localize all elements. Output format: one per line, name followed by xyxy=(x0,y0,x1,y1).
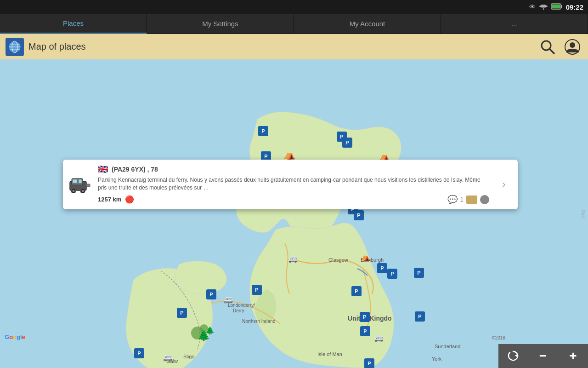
svg-rect-1 xyxy=(561,5,562,8)
svg-rect-40 xyxy=(73,179,77,183)
map-controls: − + xyxy=(498,344,588,368)
svg-point-43 xyxy=(73,190,75,192)
popup-flag: 🇬🇧 xyxy=(98,164,108,174)
svg-line-9 xyxy=(549,49,554,53)
google-logo: Google xyxy=(5,334,25,340)
svg-text:Derry: Derry xyxy=(233,308,244,313)
battery-icon xyxy=(551,3,562,11)
parking-pin[interactable]: P xyxy=(177,308,187,318)
svg-text:Sligo: Sligo xyxy=(183,354,194,359)
popup-footer: 1257 km 🔴 💬 1 xyxy=(98,195,489,205)
svg-point-45 xyxy=(82,190,84,192)
map-container[interactable]: Inverness Aberdeen Glasgow Edinburgh Lon… xyxy=(0,59,588,368)
camping-icon: ⛺ xyxy=(361,253,370,261)
page-title: Map of places xyxy=(28,41,533,52)
svg-text:York: York xyxy=(432,356,442,362)
motorhome-icon: 🚐 xyxy=(224,295,233,304)
parking-pin[interactable]: P xyxy=(354,210,364,220)
map-background: Inverness Aberdeen Glasgow Edinburgh Lon… xyxy=(0,59,588,368)
svg-text:Isle of Man: Isle of Man xyxy=(317,351,342,357)
svg-text:Northern Ireland: Northern Ireland xyxy=(242,319,275,324)
more-icon xyxy=(480,195,489,204)
parking-pin[interactable]: P xyxy=(351,286,362,296)
profile-button[interactable] xyxy=(562,37,582,57)
place-popup[interactable]: 🇬🇧 (PA29 6YX) , 78 Parking Kennacraig te… xyxy=(63,160,518,209)
header-bar: Map of places xyxy=(0,34,588,59)
distance-indicator: 🔴 xyxy=(125,195,134,204)
comment-icon: 💬 xyxy=(447,195,458,205)
parking-pin[interactable]: P xyxy=(258,126,268,136)
parking-pin[interactable]: P xyxy=(415,311,425,322)
tab-more[interactable]: ... xyxy=(441,14,588,34)
tab-places[interactable]: Places xyxy=(0,14,147,34)
parking-pin[interactable]: P xyxy=(342,138,352,148)
parking-pin[interactable]: P xyxy=(387,269,397,279)
motorhome-icon: 🚐 xyxy=(163,353,172,362)
parking-pin[interactable]: P xyxy=(377,263,387,273)
parking-pin[interactable]: P xyxy=(360,326,370,336)
svg-rect-2 xyxy=(552,4,560,8)
popup-content: 🇬🇧 (PA29 6YX) , 78 Parking Kennacraig te… xyxy=(98,164,489,205)
popup-location-code: (PA29 6YX) , 78 xyxy=(112,166,158,173)
clock: 09:22 xyxy=(566,3,583,11)
comment-count: 1 xyxy=(460,196,464,203)
globe-icon xyxy=(6,38,24,56)
parking-pin[interactable]: P xyxy=(414,268,424,278)
svg-point-11 xyxy=(570,42,575,48)
motorhome-icon: 🚐 xyxy=(288,254,298,263)
popup-next-arrow[interactable]: › xyxy=(496,176,512,193)
motorhome-icon: 🚐 xyxy=(374,334,384,342)
svg-rect-46 xyxy=(86,184,90,187)
popup-footer-icons: 💬 1 xyxy=(447,195,489,205)
svg-rect-41 xyxy=(79,179,82,183)
scroll-indicator: Nul xyxy=(579,208,588,219)
refresh-button[interactable] xyxy=(498,344,528,368)
search-button[interactable] xyxy=(537,37,558,57)
zoom-out-button[interactable]: − xyxy=(528,344,558,368)
parking-pin[interactable]: P xyxy=(134,348,144,358)
popup-vehicle-icon xyxy=(68,173,91,196)
svg-text:Sunderland: Sunderland xyxy=(435,344,460,349)
image-thumbnail xyxy=(466,196,477,204)
map-copyright: ©2018 xyxy=(492,335,505,340)
nav-tabs: Places My Settings My Account ... xyxy=(0,14,588,34)
popup-description: Parking Kennacraig terminal du ferry. No… xyxy=(98,176,489,192)
parking-pin[interactable]: P xyxy=(364,358,374,368)
camping-icon: ⛺ xyxy=(284,149,295,160)
svg-marker-47 xyxy=(515,354,518,357)
tab-my-settings[interactable]: My Settings xyxy=(147,14,294,34)
svg-text:Glasgow: Glasgow xyxy=(328,257,348,263)
tab-my-account[interactable]: My Account xyxy=(294,14,441,34)
eye-icon: 👁 xyxy=(529,3,536,11)
status-bar: 👁 09:22 xyxy=(0,0,588,14)
wifi-icon xyxy=(539,3,548,11)
parking-pin[interactable]: P xyxy=(206,289,216,299)
parking-pin[interactable]: P xyxy=(360,312,370,322)
popup-distance: 1257 km xyxy=(98,196,121,203)
zoom-in-button[interactable]: + xyxy=(558,344,588,368)
popup-header: 🇬🇧 (PA29 6YX) , 78 xyxy=(98,164,489,174)
tree-icon: 🌲 xyxy=(205,326,215,335)
parking-pin[interactable]: P xyxy=(252,285,262,295)
